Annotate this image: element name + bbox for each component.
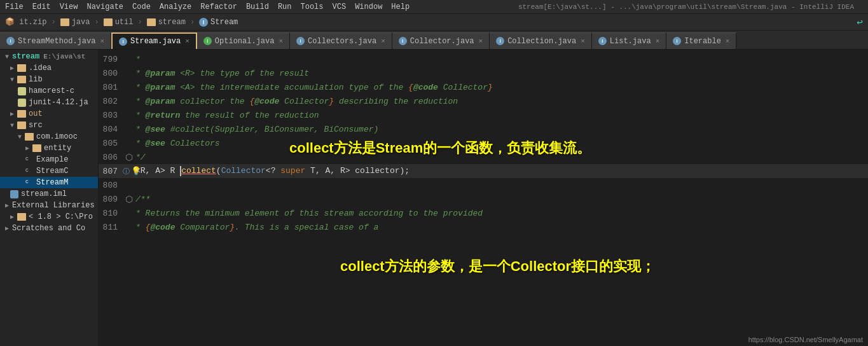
- tab-StreamMethod[interactable]: I StreamMethod.java ×: [0, 32, 111, 49]
- hamcrest-icon: [18, 87, 26, 95]
- menu-view[interactable]: View: [60, 3, 78, 11]
- sidebar-label-streamc: StreamC: [36, 167, 68, 176]
- tab-Collection[interactable]: I Collection.java ×: [490, 32, 592, 49]
- breadcrumb-items: 📦 it.zip › java › util › stream › I Stre…: [5, 17, 238, 27]
- sidebar-label-scratches: Scratches and Co: [12, 224, 85, 233]
- sidebar-label-src: src: [29, 121, 43, 130]
- breadcrumb-stream-class[interactable]: Stream: [210, 18, 238, 27]
- sidebar-item-example[interactable]: C Example: [0, 154, 98, 165]
- breadcrumb-java-icon: [60, 18, 69, 26]
- breadcrumb-stream-folder-icon: [147, 18, 156, 26]
- sidebar-item-jdk[interactable]: ▶ < 1.8 > C:\Pro: [0, 211, 98, 223]
- window-title: stream[E:\java\st...] - ...\java\program…: [518, 3, 854, 11]
- menu-bar: File Edit View Navigate Code Analyze Ref…: [0, 0, 868, 14]
- idea-folder-icon: [17, 64, 26, 72]
- stream-iml-icon: [10, 190, 18, 198]
- sidebar-item-external[interactable]: ▶ External Libraries: [0, 200, 98, 211]
- code-line-811: 811 * {@code Comparator}. This is a spec…: [99, 220, 868, 234]
- sidebar-item-stream-iml[interactable]: stream.iml: [0, 188, 98, 200]
- entity-chevron: ▶: [25, 144, 29, 152]
- tab-label-Iterable: Iterable: [684, 37, 721, 46]
- change-marker-809: ⬡: [125, 195, 133, 205]
- tab-icon-Iterable: I: [673, 37, 681, 45]
- sidebar-item-streamc[interactable]: C StreamC: [0, 165, 98, 177]
- menu-refactor[interactable]: Refactor: [200, 3, 237, 11]
- tab-Optional[interactable]: I Optional.java ×: [197, 32, 290, 49]
- code-line-803: 803 * @return the result of the reductio…: [99, 108, 868, 122]
- tab-icon-Collector: I: [399, 37, 407, 45]
- sidebar-item-src[interactable]: ▼ src: [0, 120, 98, 131]
- breadcrumb-zip[interactable]: 📦 it.zip: [5, 17, 46, 27]
- navigate-back-icon[interactable]: ↩: [857, 16, 863, 29]
- sidebar-item-junit[interactable]: junit-4.12.ja: [0, 97, 98, 108]
- tab-close-Iterable[interactable]: ×: [726, 38, 730, 45]
- sidebar-item-lib[interactable]: ▼ lib: [0, 74, 98, 85]
- editor-area[interactable]: 799 * 800 * @param <R> the type of the r…: [99, 50, 868, 346]
- tab-icon-Stream: I: [119, 38, 127, 46]
- root-chevron: ▼: [5, 53, 9, 60]
- menu-edit[interactable]: Edit: [32, 3, 51, 11]
- sidebar-label-streamm: StreamM: [36, 178, 68, 187]
- code-line-800: 800 * @param <R> the type of the result: [99, 66, 868, 80]
- junit-icon: [18, 99, 26, 107]
- menu-navigate[interactable]: Navigate: [86, 3, 123, 11]
- idea-chevron: ▶: [10, 64, 14, 72]
- sidebar-item-com-imooc[interactable]: ▼ com.imooc: [0, 131, 98, 142]
- tab-List[interactable]: I List.java ×: [592, 32, 666, 49]
- breadcrumb-util-icon: [104, 18, 113, 26]
- tab-close-StreamMethod[interactable]: ×: [100, 38, 104, 45]
- breadcrumb-util[interactable]: util: [115, 18, 134, 27]
- tab-bar: I StreamMethod.java × I Stream.java × I …: [0, 31, 868, 50]
- src-chevron: ▼: [10, 122, 14, 129]
- lib-chevron: ▼: [10, 76, 14, 83]
- tab-close-List[interactable]: ×: [656, 38, 660, 45]
- menu-tools[interactable]: Tools: [301, 3, 324, 11]
- menu-build[interactable]: Build: [246, 3, 269, 11]
- menu-window[interactable]: Window: [355, 3, 382, 11]
- tab-close-Collector[interactable]: ×: [479, 38, 483, 45]
- sidebar-item-out[interactable]: ▶ out: [0, 108, 98, 120]
- tab-label-StreamMethod: StreamMethod.java: [18, 37, 95, 46]
- out-chevron: ▶: [10, 110, 14, 118]
- sidebar-item-entity[interactable]: ▶ entity: [0, 142, 98, 154]
- tab-Collectors[interactable]: I Collectors.java ×: [290, 32, 392, 49]
- tab-label-Optional: Optional.java: [215, 37, 275, 46]
- tab-close-Collectors[interactable]: ×: [381, 38, 385, 45]
- tab-Stream[interactable]: I Stream.java ×: [111, 32, 197, 49]
- sidebar-label-com-imooc: com.imooc: [36, 132, 78, 141]
- sidebar-root[interactable]: ▼ stream E:\java\st: [0, 51, 98, 62]
- src-folder-icon: [17, 121, 26, 129]
- sidebar-label-idea: .idea: [29, 64, 52, 73]
- com-imooc-icon: [25, 133, 34, 141]
- code-line-805: 805 * @see Collectors: [99, 136, 868, 150]
- menu-run[interactable]: Run: [278, 3, 292, 11]
- sidebar-label-hamcrest: hamcrest-c: [29, 86, 74, 95]
- code-line-799: 799 *: [99, 52, 868, 66]
- streamc-class-icon: C: [25, 167, 34, 176]
- menu-file[interactable]: File: [5, 3, 24, 11]
- breadcrumb-stream-class-icon: I: [199, 18, 208, 27]
- sidebar-root-path: E:\java\st: [43, 53, 85, 60]
- tab-icon-List: I: [598, 37, 607, 45]
- tab-close-Collection[interactable]: ×: [581, 38, 585, 45]
- menu-analyze[interactable]: Analyze: [160, 3, 191, 11]
- sidebar-item-idea[interactable]: ▶ .idea: [0, 62, 98, 74]
- code-editor[interactable]: 799 * 800 * @param <R> the type of the r…: [99, 50, 868, 346]
- sidebar-item-hamcrest[interactable]: hamcrest-c: [0, 85, 98, 97]
- menu-help[interactable]: Help: [391, 3, 410, 11]
- sidebar-item-scratches[interactable]: ▶ Scratches and Co: [0, 223, 98, 234]
- sidebar-label-junit: junit-4.12.ja: [29, 98, 88, 107]
- tab-Collector[interactable]: I Collector.java ×: [392, 32, 490, 49]
- tab-icon-StreamMethod: I: [6, 37, 15, 45]
- code-line-806: 806 ⬡ */: [99, 150, 868, 164]
- menu-code[interactable]: Code: [132, 3, 151, 11]
- code-line-804: 804 * @see #collect(Supplier, BiConsumer…: [99, 122, 868, 136]
- menu-vcs[interactable]: VCS: [333, 3, 347, 11]
- tab-close-Stream[interactable]: ×: [185, 38, 189, 45]
- tab-Iterable[interactable]: I Iterable ×: [666, 32, 736, 49]
- code-line-808: 808: [99, 178, 868, 192]
- tab-close-Optional[interactable]: ×: [279, 38, 283, 45]
- breadcrumb-stream-folder[interactable]: stream: [158, 18, 186, 27]
- sidebar-item-streamm[interactable]: C StreamM: [0, 177, 98, 188]
- breadcrumb-java[interactable]: java: [72, 18, 90, 27]
